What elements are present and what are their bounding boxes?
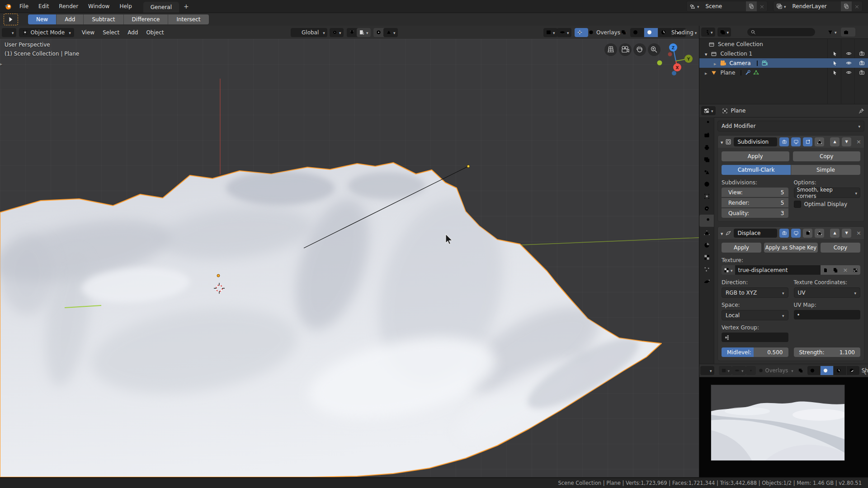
outliner-search-input[interactable] <box>747 28 815 36</box>
gizmo-neg-z-dot[interactable] <box>672 71 676 75</box>
tab-modifiers[interactable] <box>699 215 714 227</box>
proportional-falloff-selector[interactable] <box>383 28 398 37</box>
menu-file[interactable]: File <box>14 0 33 13</box>
subdivision-quality-field[interactable]: Quality:3 <box>722 208 788 218</box>
uv-map-field[interactable]: • <box>794 310 861 319</box>
delete-modifier-button[interactable] <box>856 138 861 145</box>
viewport-menu-object[interactable]: Object <box>142 29 168 36</box>
xray-toggle[interactable] <box>796 366 806 375</box>
tab-output[interactable] <box>699 141 714 154</box>
tab-constraints[interactable] <box>699 202 714 215</box>
outliner-row-plane[interactable]: Plane <box>699 68 868 77</box>
texture-name-field[interactable]: true-displacement <box>735 265 821 275</box>
viewport-canvas[interactable]: Z Y X User Perspective (1) Scene Collect… <box>0 39 699 477</box>
viewport-visibility-toggle[interactable] <box>791 229 801 238</box>
uv-smooth-dropdown[interactable]: Smooth, keep corners <box>794 188 861 198</box>
show-gizmo-selector[interactable] <box>557 28 571 37</box>
tab-render[interactable] <box>699 129 714 141</box>
viewport-menu-select[interactable]: Select <box>99 29 123 36</box>
disable-render-camera-icon[interactable] <box>855 51 868 56</box>
tab-physics[interactable] <box>699 276 714 288</box>
viewport-3d[interactable]: Object Mode View Select Add Object Globa… <box>0 26 699 477</box>
boolean-mode-new-button[interactable]: New <box>28 14 57 24</box>
shading-wireframe-toggle[interactable] <box>630 28 644 37</box>
copy-scene-icon[interactable] <box>746 1 757 11</box>
workspace-tab-general[interactable]: General <box>143 2 179 13</box>
selectable-icon[interactable] <box>828 70 842 75</box>
selectable-icon[interactable] <box>828 61 842 66</box>
camera-label[interactable]: Camera <box>729 60 750 66</box>
tab-scene[interactable] <box>699 166 714 178</box>
simple-button[interactable]: Simple <box>791 165 860 175</box>
camera-preview-viewport[interactable]: Overlays Shading <box>699 364 868 477</box>
displace-copy-button[interactable]: Copy <box>821 243 860 253</box>
subdivision-copy-button[interactable]: Copy <box>793 151 861 161</box>
shading-popover[interactable]: Shading <box>669 28 699 37</box>
shading-solid-toggle[interactable] <box>821 366 833 375</box>
expand-icon[interactable] <box>705 70 707 76</box>
tab-object-data[interactable] <box>699 227 714 239</box>
toolbar-expand-arrow[interactable]: ▸ <box>0 61 2 66</box>
duplicate-texture-button[interactable] <box>830 265 840 275</box>
gizmos-toggle[interactable] <box>746 366 756 375</box>
view-layer-icon[interactable] <box>774 1 789 11</box>
tab-texture[interactable] <box>699 251 714 263</box>
mesh-data-icon[interactable] <box>753 70 759 75</box>
apply-as-shape-key-button[interactable]: Apply as Shape Key <box>764 243 818 253</box>
editor-type-properties-icon[interactable] <box>701 106 716 115</box>
camera-view-button[interactable] <box>619 43 632 56</box>
editmode-display-toggle[interactable] <box>803 137 812 146</box>
editor-type-3d-icon[interactable] <box>700 366 714 375</box>
zoom-view-button[interactable] <box>648 43 660 56</box>
scene-name[interactable]: Scene <box>702 3 746 9</box>
selectable-icon[interactable] <box>828 51 842 56</box>
move-modifier-up-button[interactable]: ▲ <box>830 229 840 238</box>
hide-viewport-eye-icon[interactable] <box>842 51 855 56</box>
outliner-display-mode-icon[interactable] <box>717 28 731 37</box>
subdivision-apply-button[interactable]: Apply <box>722 151 789 161</box>
displace-apply-button[interactable]: Apply <box>722 243 761 253</box>
tab-material[interactable] <box>699 239 714 251</box>
remove-view-layer-icon[interactable] <box>852 1 862 11</box>
boolean-mode-difference-button[interactable]: Difference <box>124 14 169 24</box>
copy-view-layer-icon[interactable] <box>841 1 852 11</box>
tab-tool[interactable] <box>699 117 714 129</box>
delete-modifier-button[interactable] <box>856 230 861 236</box>
pivot-point-selector[interactable] <box>330 28 344 37</box>
view-layer-selector[interactable]: RenderLayer <box>773 1 863 12</box>
shading-wireframe-toggle[interactable] <box>807 366 820 375</box>
gizmo-neg-y-dot[interactable] <box>657 61 662 66</box>
collapse-icon[interactable] <box>721 139 723 145</box>
overlays-selector[interactable]: Overlays <box>756 366 796 375</box>
direction-dropdown[interactable]: RGB to XYZ <box>722 287 788 298</box>
editor-type-3d-icon[interactable] <box>2 28 16 37</box>
shading-rendered-toggle[interactable] <box>847 366 859 375</box>
add-workspace-button[interactable]: + <box>179 3 193 10</box>
collapse-icon[interactable] <box>705 51 707 57</box>
editor-type-outliner-icon[interactable] <box>701 28 715 37</box>
collection-1-label[interactable]: Collection 1 <box>720 51 752 57</box>
outliner-row-camera[interactable]: Camera <box>699 58 868 68</box>
hide-viewport-eye-icon[interactable] <box>842 70 855 75</box>
viewport-menu-add[interactable]: Add <box>123 29 142 36</box>
hide-viewport-eye-icon[interactable] <box>842 60 855 66</box>
render-visibility-toggle[interactable] <box>779 229 789 238</box>
disable-render-camera-icon[interactable] <box>855 60 868 66</box>
scene-icon[interactable] <box>687 1 702 11</box>
gizmo-neg-x-dot[interactable] <box>668 52 672 56</box>
shading-material-toggle[interactable] <box>834 366 846 375</box>
collapse-icon[interactable] <box>721 230 723 236</box>
menu-edit[interactable]: Edit <box>33 0 54 13</box>
snap-target-selector[interactable] <box>357 28 371 37</box>
viewport-visibility-toggle[interactable] <box>791 137 801 146</box>
expand-icon[interactable] <box>714 60 716 66</box>
transform-orientation-selector[interactable]: Global <box>291 28 327 37</box>
add-modifier-dropdown[interactable]: Add Modifier <box>717 121 864 131</box>
plane-label[interactable]: Plane <box>720 70 735 76</box>
tab-view-layer[interactable] <box>699 154 714 166</box>
modifier-wrench-icon[interactable] <box>745 70 751 75</box>
boolean-mode-subtract-button[interactable]: Subtract <box>84 14 123 24</box>
ortho-grid-button[interactable] <box>604 43 617 56</box>
tab-object[interactable] <box>699 190 714 202</box>
menu-help[interactable]: Help <box>114 0 137 13</box>
